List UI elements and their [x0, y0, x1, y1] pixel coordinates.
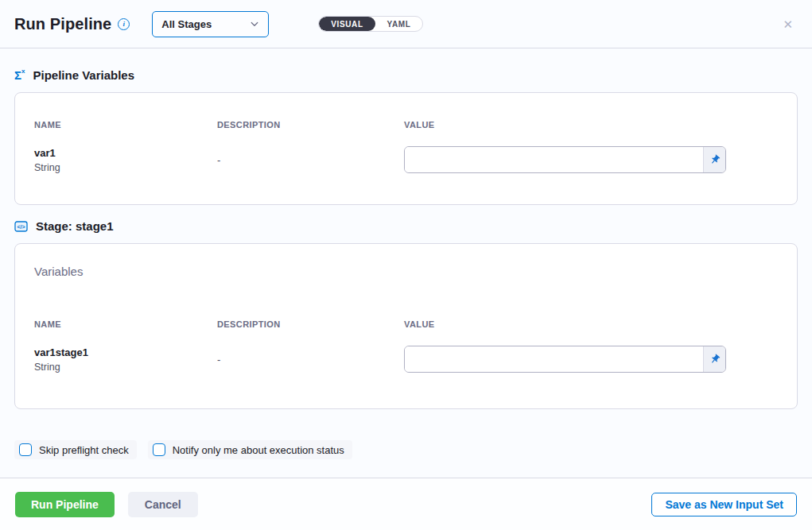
run-pipeline-button[interactable]: Run Pipeline: [15, 492, 115, 517]
col-header-value: VALUE: [404, 319, 778, 329]
stage-heading: </> Stage: stage1: [14, 219, 798, 233]
stage-title: Stage: stage1: [36, 219, 114, 233]
stage-icon: </>: [14, 220, 28, 233]
chevron-down-icon: [250, 19, 259, 29]
info-icon[interactable]: i: [118, 18, 130, 30]
svg-text:</>: </>: [17, 223, 25, 229]
variable-description: -: [217, 154, 404, 166]
table-header-row: NAME DESCRIPTION VALUE: [34, 120, 778, 130]
skip-preflight-checkbox[interactable]: [19, 443, 32, 456]
notify-me-checkbox-group[interactable]: Notify only me about execution status: [148, 440, 352, 459]
toggle-yaml[interactable]: YAML: [375, 17, 423, 31]
execution-options: Skip preflight check Notify only me abou…: [14, 440, 798, 459]
table-row: var1stage1 String -: [34, 346, 778, 373]
cancel-button[interactable]: Cancel: [128, 492, 198, 517]
variable-value-cell: [404, 146, 778, 173]
pushpin-icon: [707, 351, 723, 367]
dialog-header: Run Pipeline i All Stages VISUAL YAML ✕: [0, 0, 812, 48]
table-header-row: NAME DESCRIPTION VALUE: [34, 319, 778, 329]
variable-name: var1: [34, 147, 217, 159]
stage-variables-card: Variables NAME DESCRIPTION VALUE var1sta…: [14, 243, 798, 409]
toggle-visual[interactable]: VISUAL: [319, 17, 375, 31]
dialog-footer: Run Pipeline Cancel Save as New Input Se…: [0, 478, 812, 530]
close-icon[interactable]: ✕: [778, 15, 798, 33]
pipeline-variables-icon: Σx: [14, 69, 25, 81]
save-as-new-input-set-button[interactable]: Save as New Input Set: [651, 493, 797, 516]
stage-selector-dropdown[interactable]: All Stages: [152, 11, 269, 37]
var1stage1-value-input[interactable]: [405, 346, 703, 372]
variable-value-cell: [404, 346, 778, 373]
pipeline-variables-title: Pipeline Variables: [33, 68, 134, 82]
col-header-description: DESCRIPTION: [217, 120, 404, 130]
variable-description: -: [217, 354, 404, 366]
col-header-value: VALUE: [404, 120, 778, 130]
pipeline-variables-heading: Σx Pipeline Variables: [14, 68, 798, 82]
table-row: var1 String -: [34, 146, 778, 173]
skip-preflight-checkbox-group[interactable]: Skip preflight check: [14, 440, 137, 459]
pin-button[interactable]: [703, 346, 725, 372]
pipeline-variables-card: NAME DESCRIPTION VALUE var1 String -: [14, 92, 798, 205]
var1-value-input[interactable]: [405, 147, 703, 172]
variable-name-cell: var1 String: [34, 147, 217, 173]
dialog-body: Σx Pipeline Variables NAME DESCRIPTION V…: [0, 48, 812, 478]
variable-name: var1stage1: [34, 346, 217, 358]
variable-name-cell: var1stage1 String: [34, 346, 217, 373]
notify-me-checkbox[interactable]: [153, 443, 165, 456]
value-input-group: [404, 146, 726, 173]
notify-me-label: Notify only me about execution status: [173, 444, 344, 456]
pin-button[interactable]: [703, 147, 725, 172]
col-header-name: NAME: [34, 120, 217, 130]
variable-type: String: [34, 362, 217, 373]
page-title: Run Pipeline: [14, 15, 111, 33]
skip-preflight-label: Skip preflight check: [39, 444, 129, 456]
visual-yaml-toggle: VISUAL YAML: [318, 16, 423, 32]
stage-variables-label: Variables: [34, 244, 778, 278]
pushpin-icon: [707, 152, 723, 168]
col-header-description: DESCRIPTION: [217, 319, 404, 329]
col-header-name: NAME: [34, 319, 217, 329]
stage-selector-value: All Stages: [161, 18, 212, 30]
variable-type: String: [34, 162, 217, 173]
value-input-group: [404, 346, 726, 373]
